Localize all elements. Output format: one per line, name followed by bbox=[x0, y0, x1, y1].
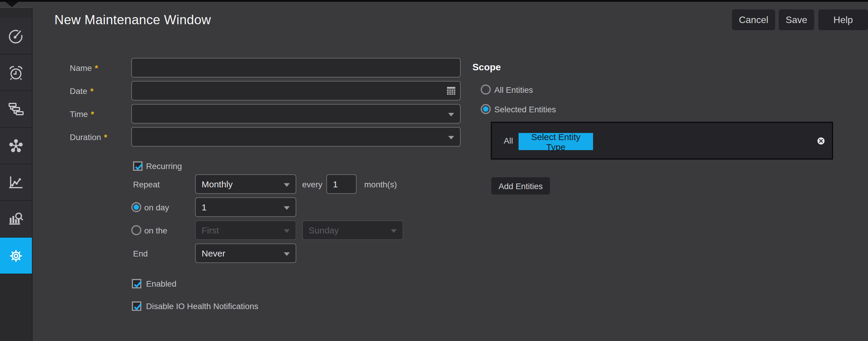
chevron-down-icon bbox=[284, 206, 290, 209]
sidebar-item-hierarchy[interactable] bbox=[0, 91, 32, 128]
gauge-dashboard-icon bbox=[7, 27, 25, 45]
bar-chart-search-icon bbox=[7, 210, 25, 228]
network-cluster-icon bbox=[7, 137, 25, 155]
on-the-label: on the bbox=[144, 225, 167, 236]
end-select[interactable]: Never bbox=[195, 243, 296, 263]
checkmark-icon bbox=[133, 279, 143, 289]
sidebar-item-dashboard[interactable] bbox=[0, 18, 32, 55]
time-label: Time* bbox=[70, 109, 94, 120]
duration-label: Duration* bbox=[70, 132, 107, 142]
sidebar-item-topology[interactable] bbox=[0, 128, 32, 164]
help-button[interactable]: Help bbox=[818, 9, 868, 30]
scope-heading: Scope bbox=[472, 62, 501, 73]
add-entities-button[interactable]: Add Entities bbox=[491, 177, 550, 195]
recurring-checkbox[interactable] bbox=[133, 161, 143, 171]
save-button[interactable]: Save bbox=[779, 9, 814, 30]
recurring-label: Recurring bbox=[146, 161, 182, 171]
time-select[interactable] bbox=[131, 104, 461, 124]
interval-unit-label: month(s) bbox=[364, 179, 397, 190]
checkmark-icon bbox=[133, 302, 143, 311]
sidebar-item-reports[interactable] bbox=[0, 201, 32, 238]
on-the-radio[interactable] bbox=[131, 225, 141, 235]
end-label: End bbox=[133, 248, 148, 259]
duration-select[interactable] bbox=[131, 127, 461, 146]
top-strip bbox=[0, 0, 868, 2]
repeat-frequency-select[interactable]: Monthly bbox=[195, 174, 296, 194]
name-input[interactable] bbox=[131, 58, 461, 77]
all-entities-label: All Entities bbox=[494, 84, 533, 95]
interval-input[interactable] bbox=[327, 174, 356, 194]
checkmark-icon bbox=[134, 162, 144, 171]
settings-gear-icon bbox=[7, 247, 25, 265]
page-title: New Maintenance Window bbox=[54, 12, 211, 28]
sidebar-item-settings[interactable] bbox=[0, 238, 32, 274]
sidebar-nav bbox=[0, 7, 33, 341]
entity-filter-row: All Select Entity Type bbox=[491, 122, 833, 160]
app-window: New Maintenance Window Cancel Save Help … bbox=[0, 0, 868, 341]
every-label: every bbox=[302, 179, 322, 190]
on-day-select[interactable]: 1 bbox=[195, 197, 296, 217]
sidebar-item-alerts[interactable] bbox=[0, 55, 32, 91]
chevron-down-icon bbox=[448, 112, 454, 116]
alarm-clock-icon bbox=[7, 64, 25, 81]
chevron-down-icon bbox=[284, 183, 290, 186]
on-day-label: on day bbox=[144, 202, 169, 213]
date-input[interactable] bbox=[131, 81, 461, 100]
chevron-down-icon bbox=[448, 136, 454, 139]
chevron-down-icon bbox=[391, 229, 397, 233]
disable-io-checkbox[interactable] bbox=[132, 301, 141, 311]
chevron-down-icon bbox=[284, 252, 290, 255]
line-chart-icon bbox=[7, 173, 25, 191]
selected-entities-label: Selected Entities bbox=[494, 104, 556, 115]
calendar-icon[interactable] bbox=[446, 86, 456, 95]
on-day-radio[interactable] bbox=[131, 202, 141, 212]
menu-caret-icon[interactable] bbox=[5, 2, 18, 7]
entity-filter-prefix: All bbox=[504, 123, 513, 159]
select-entity-type-button[interactable]: Select Entity Type bbox=[519, 133, 593, 150]
cancel-button[interactable]: Cancel bbox=[732, 9, 775, 30]
all-entities-radio[interactable] bbox=[481, 84, 491, 95]
hierarchy-list-icon bbox=[7, 100, 25, 118]
name-label: Name* bbox=[70, 63, 98, 73]
ordinal-select: First bbox=[195, 220, 296, 240]
weekday-select: Sunday bbox=[302, 220, 403, 240]
enabled-checkbox[interactable] bbox=[132, 279, 141, 288]
selected-entities-radio[interactable] bbox=[481, 104, 491, 114]
disable-io-label: Disable IO Health Notifications bbox=[146, 301, 258, 311]
date-label: Date* bbox=[70, 86, 93, 96]
remove-entity-filter-icon[interactable] bbox=[817, 137, 825, 144]
enabled-label: Enabled bbox=[146, 278, 177, 289]
repeat-label: Repeat bbox=[133, 179, 160, 190]
chevron-down-icon bbox=[284, 229, 290, 233]
sidebar-item-performance[interactable] bbox=[0, 164, 32, 201]
